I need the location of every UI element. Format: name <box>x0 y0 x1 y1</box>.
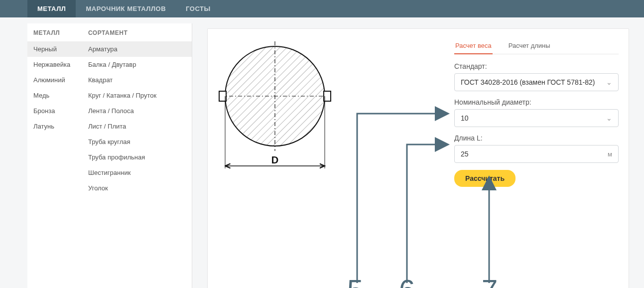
sidebar-item-armatura[interactable]: Арматура <box>82 41 192 57</box>
sidebar-item-kvadrat[interactable]: Квадрат <box>82 72 192 88</box>
tab-length[interactable]: Расчет длины <box>508 39 551 54</box>
sidebar-item-brass[interactable]: Латунь <box>27 119 82 134</box>
chevron-down-icon: ⌄ <box>606 114 612 122</box>
sidebar-item-stainless[interactable]: Нержавейка <box>27 57 82 72</box>
standard-select[interactable]: ГОСТ 34028-2016 (взамен ГОСТ 5781-82) ⌄ <box>454 73 619 91</box>
nav-tab-metal[interactable]: МЕТАЛЛ <box>27 0 76 17</box>
sidebar-item-copper[interactable]: Медь <box>27 88 82 103</box>
calc-form: Расчет веса Расчет длины Стандарт: ГОСТ … <box>454 39 619 282</box>
sidebar-item-truba-profilnaya[interactable]: Труба профильная <box>82 149 192 165</box>
main-panel: D Расчет веса Расчет длины Стандарт: ГОС… <box>207 28 629 288</box>
length-input[interactable] <box>461 150 608 158</box>
sidebar-item-truba-kruglaya[interactable]: Труба круглая <box>82 134 192 149</box>
form-tabs: Расчет веса Расчет длины <box>454 39 619 54</box>
length-unit: м <box>608 150 612 158</box>
sidebar-item-balka[interactable]: Балка / Двутавр <box>82 57 192 72</box>
tab-weight[interactable]: Расчет веса <box>454 39 493 54</box>
cross-section-diagram: D <box>218 39 347 282</box>
dimension-label: D <box>271 154 278 165</box>
chevron-down-icon: ⌄ <box>606 78 612 86</box>
sidebar-item-shestigrannik[interactable]: Шестигранник <box>82 165 192 180</box>
sidebar-item-krug[interactable]: Круг / Катанка / Пруток <box>82 88 192 103</box>
sidebar-col-metal: МЕТАЛЛ Черный Нержавейка Алюминий Медь Б… <box>27 23 82 288</box>
nav-tab-marochnik[interactable]: МАРОЧНИК МЕТАЛЛОВ <box>76 0 176 17</box>
sidebar-item-ugolok[interactable]: Уголок <box>82 180 192 196</box>
calculate-button[interactable]: Рассчитать <box>454 170 515 187</box>
sidebar-item-lenta[interactable]: Лента / Полоса <box>82 103 192 119</box>
diameter-label: Номинальный диаметр: <box>454 98 619 106</box>
sidebar: МЕТАЛЛ Черный Нержавейка Алюминий Медь Б… <box>27 23 192 288</box>
sidebar-item-aluminum[interactable]: Алюминий <box>27 72 82 88</box>
annotation-7: 7 <box>482 273 498 288</box>
top-navbar: МЕТАЛЛ МАРОЧНИК МЕТАЛЛОВ ГОСТЫ <box>0 0 644 17</box>
sidebar-col-sortament-title: СОРТАМЕНТ <box>82 23 192 41</box>
annotation-6: 6 <box>399 273 415 288</box>
sidebar-item-list[interactable]: Лист / Плита <box>82 119 192 134</box>
sidebar-col-sortament: СОРТАМЕНТ Арматура Балка / Двутавр Квадр… <box>82 23 192 288</box>
standard-label: Стандарт: <box>454 62 619 70</box>
nav-tab-gosty[interactable]: ГОСТЫ <box>176 0 221 17</box>
length-label: Длина L: <box>454 134 619 142</box>
sidebar-col-metal-title: МЕТАЛЛ <box>27 23 82 41</box>
diameter-value: 10 <box>461 114 469 122</box>
annotation-5: 5 <box>347 273 363 288</box>
sidebar-item-bronze[interactable]: Бронза <box>27 103 82 119</box>
length-input-wrapper: м <box>454 145 619 163</box>
standard-value: ГОСТ 34028-2016 (взамен ГОСТ 5781-82) <box>461 78 595 86</box>
diameter-select[interactable]: 10 ⌄ <box>454 109 619 127</box>
sidebar-item-black[interactable]: Черный <box>27 41 82 57</box>
